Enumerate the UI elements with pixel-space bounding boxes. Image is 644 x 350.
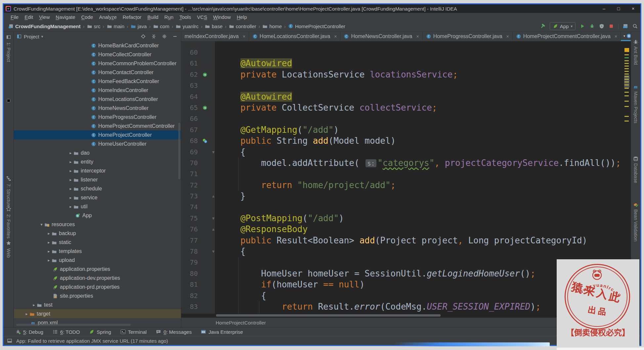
run-configuration-select[interactable]: App ▾ [550, 22, 576, 30]
tree-item-entity[interactable]: ▸entity [14, 157, 181, 166]
tree-horizontal-scrollbar[interactable] [16, 324, 131, 326]
chevron-down-icon[interactable]: ▾ [39, 222, 44, 227]
tree-item-listener[interactable]: ▸listener [14, 175, 181, 184]
tab-homeprojectcommentcontroller-java[interactable]: CHomeProjectCommentController.java× [513, 32, 621, 41]
tab-close-icon[interactable]: × [334, 34, 337, 39]
tree-item-homefeedbackcontroller[interactable]: CHomeFeedBackController [14, 77, 181, 86]
gear-icon[interactable] [162, 34, 167, 39]
spring-bean-gutter-icon[interactable] [200, 102, 210, 113]
breadcrumb-item-src[interactable]: src [87, 24, 101, 29]
menu-tools[interactable]: Tools [176, 14, 194, 20]
menu-refactor[interactable]: Refactor [120, 14, 145, 20]
sidebar-tab--favorites[interactable]: 2: Favorites [6, 214, 11, 238]
chevron-right-icon[interactable]: ▸ [46, 249, 52, 254]
tree-item-service[interactable]: ▸service [14, 193, 181, 202]
right-tab-database[interactable]: Database [633, 163, 638, 183]
tool-button-icon[interactable] [6, 98, 11, 103]
tree-item-homecontactcontroller[interactable]: CHomeContactController [14, 68, 181, 77]
menu-code[interactable]: Code [78, 14, 96, 20]
right-tab-ant-build[interactable]: Ant Build [633, 46, 638, 65]
menu-file[interactable]: File [8, 14, 21, 20]
breadcrumb-item-home[interactable]: home [262, 24, 282, 29]
minimize-button[interactable]: – [597, 4, 611, 13]
menu-window[interactable]: Window [210, 14, 234, 20]
breadcrumb-item-main[interactable]: main [107, 24, 125, 29]
tree-vertical-scrollbar[interactable] [178, 123, 180, 179]
toolwindow-button-6-todo[interactable]: 6: TODO [53, 329, 80, 335]
tree-item-templates[interactable]: ▸templates [14, 247, 181, 256]
tree-item-homeprojectcommentcontroller[interactable]: CHomeProjectCommentController [14, 122, 181, 130]
chevron-down-icon[interactable]: ▾ [41, 34, 43, 39]
menu-vcs[interactable]: VCS [194, 14, 210, 20]
spring-bean-gutter-icon[interactable] [200, 69, 210, 80]
maximize-button[interactable]: □ [611, 4, 626, 13]
tree-item-homeprogresscontroller[interactable]: CHomeProgressController [14, 113, 181, 122]
toolwindow-button-terminal[interactable]: Terminal [120, 329, 147, 335]
debug-button-icon[interactable] [589, 24, 595, 29]
coverage-button-icon[interactable] [599, 24, 604, 29]
tree-item-application-prd-properties[interactable]: application-prd.properties [14, 282, 181, 291]
breadcrumb-item-crowdfundingmanagement[interactable]: CrowdFundingManagement [8, 24, 81, 29]
editor-hscroll-thumb[interactable] [216, 314, 441, 317]
fold-marker-icon[interactable]: ▵ [210, 191, 217, 202]
request-mapping-gutter-icon[interactable] [200, 135, 210, 146]
stop-button-icon[interactable] [609, 24, 614, 29]
breadcrumb-item-homeprojectcontroller[interactable]: CHomeProjectController [288, 24, 345, 29]
chevron-right-icon[interactable]: ▸ [68, 169, 73, 173]
menu-analyze[interactable]: Analyze [96, 14, 119, 20]
run-dashboard-icon[interactable] [623, 24, 628, 29]
locate-file-icon[interactable] [141, 34, 146, 39]
tree-item-homelocationscontroller[interactable]: CHomeLocationsController [14, 95, 181, 104]
breadcrumb-item-yuanlrc[interactable]: yuanlrc [176, 24, 198, 29]
toolwindow-button-java-enterprise[interactable]: EEJava Enterprise [201, 329, 243, 335]
breadcrumb-item-controller[interactable]: controller [229, 24, 256, 29]
sidebar-tab-web[interactable]: Web [6, 248, 11, 258]
chevron-right-icon[interactable]: ▸ [31, 303, 37, 307]
tree-item-site-properties[interactable]: site.properties [14, 291, 181, 300]
tree-item-target[interactable]: ▸target [14, 309, 181, 318]
tree-item-homebankcardcontroller[interactable]: CHomeBankCardController [14, 41, 181, 50]
tree-item-application-dev-properties[interactable]: application-dev.properties [14, 274, 181, 282]
build-hammer-icon[interactable] [540, 24, 545, 29]
menu-run[interactable]: Run [161, 14, 177, 20]
breadcrumb-item-java[interactable]: java [131, 24, 147, 29]
right-tab-maven-projects[interactable]: Maven Projects [633, 91, 638, 123]
menu-navigate[interactable]: Navigate [53, 14, 78, 20]
tree-item-upload[interactable]: ▸upload [14, 256, 181, 265]
tree-item-app[interactable]: App [14, 211, 181, 220]
search-everywhere-icon[interactable] [632, 24, 638, 29]
tree-item-homecollectcontroller[interactable]: CHomeCollectController [14, 50, 181, 59]
tab-homelocationscontroller-java[interactable]: CHomeLocationsController.java× [249, 32, 341, 41]
right-tab-bean-validation[interactable]: Bean Validation [633, 209, 638, 241]
tree-item-test[interactable]: ▸test [14, 300, 181, 309]
breadcrumb-item-base[interactable]: base [205, 24, 223, 29]
tab-meindexcontroller-java[interactable]: meIndexController.java× [181, 32, 249, 41]
chevron-right-icon[interactable]: ▸ [24, 312, 29, 316]
tab-homenewscontroller-java[interactable]: CHomeNewsController.java× [340, 32, 422, 41]
tree-item-schedule[interactable]: ▸schedule [14, 184, 181, 193]
sidebar-tab--structure[interactable]: 7: Structure [6, 184, 11, 208]
tree-item-static[interactable]: ▸static [14, 238, 181, 247]
tree-item-homeprojectcontroller[interactable]: CHomeProjectController [14, 130, 181, 139]
tree-item-application-properties[interactable]: application.properties [14, 265, 181, 274]
chevron-right-icon[interactable]: ▸ [46, 258, 52, 263]
menu-view[interactable]: View [36, 14, 53, 20]
tree-item-homecommonproblemcontroller[interactable]: CHomeCommonProblemController [14, 59, 181, 68]
fold-marker-icon[interactable]: ▵ [210, 224, 217, 235]
tab-close-icon[interactable]: × [416, 34, 419, 39]
sidebar-tab-project[interactable]: 1: Project [6, 42, 11, 62]
menu-edit[interactable]: Edit [21, 14, 36, 20]
tree-item-homeindexcontroller[interactable]: CHomeIndexController [14, 86, 181, 95]
chevron-right-icon[interactable]: ▸ [68, 160, 73, 164]
project-panel-title[interactable]: Project [24, 34, 39, 39]
breadcrumb-item-com[interactable]: com [153, 24, 169, 29]
tab-close-icon[interactable]: × [615, 34, 617, 39]
menu-help[interactable]: Help [234, 14, 250, 20]
tree-item-backup[interactable]: ▸backup [14, 229, 181, 238]
chevron-right-icon[interactable]: ▸ [46, 240, 52, 245]
tree-item-homeusercontroller[interactable]: CHomeUserController [14, 139, 181, 148]
fold-marker-icon[interactable]: ▿ [210, 147, 217, 158]
fold-marker-icon[interactable]: ▿ [210, 213, 217, 224]
tab-close-icon[interactable]: × [506, 34, 509, 39]
chevron-right-icon[interactable]: ▸ [46, 231, 52, 236]
